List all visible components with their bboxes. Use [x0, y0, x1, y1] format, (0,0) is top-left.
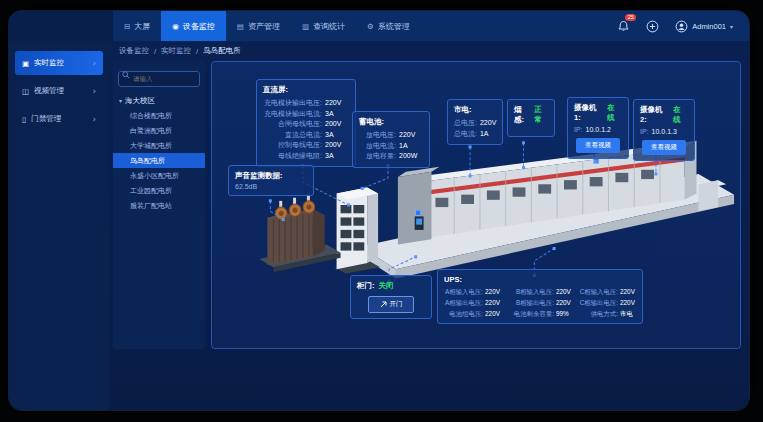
field-label: A相输出电压: — [444, 298, 483, 307]
card-title: 蓄电池: — [359, 117, 423, 127]
cabinet-door-card: 柜门: 关闭 开门 — [350, 275, 432, 319]
field-value: 3A — [325, 151, 349, 162]
card-title: 摄像机1: — [574, 103, 603, 122]
status-badge: 正常 — [534, 105, 548, 125]
field-value: 200V — [325, 140, 349, 151]
camera2-card: 摄像机2: 在线 IP: 10.0.1.3 查看视频 — [633, 99, 695, 161]
field-value: 220V — [480, 118, 504, 129]
fullscreen-icon[interactable] — [646, 19, 660, 33]
sidebar-item-realtime-monitoring[interactable]: ▣ 实时监控 › — [15, 51, 103, 75]
field-label: 控制母线电压: — [263, 140, 322, 151]
logo-area — [9, 11, 113, 41]
field-label: 放电电流: — [359, 141, 396, 152]
open-door-button[interactable]: 开门 — [368, 296, 414, 313]
avatar — [675, 20, 688, 33]
sidebar-item-video-management[interactable]: ◫ 视频管理 › — [15, 79, 103, 103]
breadcrumb: 设备监控 / 实时监控 / 鸟岛配电所 — [109, 41, 749, 61]
field-label: C相输出电压: — [579, 298, 618, 307]
gear-icon: ⚙ — [367, 22, 374, 31]
tree-item-substation[interactable]: 服装厂配电站 — [118, 198, 200, 213]
view-video-button[interactable]: 查看视频 — [576, 138, 620, 153]
tab-device-monitoring[interactable]: ◉ 设备监控 — [161, 11, 226, 41]
tab-label: 查询统计 — [313, 21, 345, 32]
tree-search-input[interactable] — [118, 71, 200, 87]
app-window: ⊟ 大屏 ◉ 设备监控 ▤ 资产管理 ▥ 查询统计 ⚙ 系统管理 25 — [9, 11, 749, 410]
status-badge: 在线 — [607, 103, 622, 123]
monitor-icon: ◉ — [172, 22, 179, 31]
tree-item-substation[interactable]: 综合楼配电所 — [118, 108, 200, 123]
chevron-right-icon: › — [93, 59, 96, 68]
notification-bell-icon[interactable]: 25 — [617, 19, 631, 33]
ups-card: UPS: A相输入电压:220V B相输入电压:220V C相输入电压:220V… — [437, 269, 643, 324]
breadcrumb-separator: / — [196, 47, 198, 56]
view-video-button[interactable]: 查看视频 — [642, 140, 686, 155]
field-value: 220V — [325, 98, 349, 109]
status-badge: 关闭 — [379, 281, 394, 291]
status-badge: 在线 — [673, 105, 688, 125]
sidebar-item-access-control[interactable]: ▯ 门禁管理 › — [15, 107, 103, 131]
notification-badge: 25 — [625, 14, 636, 21]
open-door-label: 开门 — [390, 300, 403, 309]
field-label: B相输出电压: — [508, 298, 554, 307]
tab-label: 系统管理 — [378, 21, 410, 32]
card-title: 声音监测数据: — [235, 171, 307, 181]
card-title: 摄像机2: — [640, 105, 669, 124]
noise-value: 62.5dB — [235, 183, 307, 190]
chevron-down-icon: ▾ — [730, 23, 733, 30]
search-icon — [122, 71, 130, 79]
tree-root-node[interactable]: ▾ 海大校区 — [119, 96, 200, 106]
field-label: 电池剩余容量: — [508, 309, 554, 318]
door-access-icon: ▯ — [22, 115, 26, 124]
field-label: 合闸母线电压: — [263, 119, 322, 130]
field-value: 220V — [556, 287, 572, 296]
field-value: 200V — [325, 119, 349, 130]
ip-value: 10.0.1.3 — [652, 128, 677, 135]
field-label: 直流总电流: — [263, 130, 322, 141]
field-value: 99% — [556, 309, 572, 318]
field-label: 母线绝缘电阻: — [263, 151, 322, 162]
card-title: 直流屏: — [263, 85, 349, 95]
left-sidebar: ▣ 实时监控 › ◫ 视频管理 › ▯ 门禁管理 › — [9, 41, 109, 410]
battery-card: 蓄电池: 放电电压:220V 放电电流:1A 放电容量:200W — [352, 111, 430, 168]
substation-tree-panel: ▾ 海大校区 综合楼配电所 白鹭洲配电所 大学城配电所 鸟岛配电所 永盛小区配电… — [113, 61, 205, 349]
tab-bigscreen[interactable]: ⊟ 大屏 — [113, 11, 161, 41]
smoke-sensor-card: 烟感: 正常 — [507, 99, 555, 137]
tab-system-management[interactable]: ⚙ 系统管理 — [356, 11, 421, 41]
field-label: A相输入电压: — [444, 287, 483, 296]
field-label: 总电流: — [454, 129, 477, 140]
tree-item-substation[interactable]: 永盛小区配电所 — [118, 168, 200, 183]
breadcrumb-separator: / — [154, 47, 156, 56]
card-title: UPS: — [444, 275, 636, 284]
ip-value: 10.0.1.2 — [586, 126, 611, 133]
field-label: C相输入电压: — [579, 287, 618, 296]
field-value: 1A — [480, 129, 504, 140]
user-menu[interactable]: Admin001 ▾ — [675, 20, 733, 33]
ip-label: IP: — [574, 126, 583, 133]
tab-label: 资产管理 — [248, 21, 280, 32]
field-label: 电池组电压: — [444, 309, 483, 318]
camera1-card: 摄像机1: 在线 IP: 10.0.1.2 查看视频 — [567, 97, 629, 159]
tree-root-label: 海大校区 — [125, 96, 155, 106]
field-label: 放电容量: — [359, 151, 396, 162]
field-value: 220V — [485, 298, 501, 307]
field-label: 充电模块输出电压: — [263, 98, 322, 109]
top-navbar: ⊟ 大屏 ◉ 设备监控 ▤ 资产管理 ▥ 查询统计 ⚙ 系统管理 25 — [9, 11, 749, 41]
tab-label: 大屏 — [134, 21, 150, 32]
breadcrumb-item[interactable]: 设备监控 — [119, 46, 149, 56]
card-title: 柜门: — [357, 281, 375, 291]
breadcrumb-item-current[interactable]: 鸟岛配电所 — [203, 46, 241, 56]
tab-query-statistics[interactable]: ▥ 查询统计 — [291, 11, 356, 41]
card-title: 烟感: — [514, 105, 530, 125]
tab-asset-management[interactable]: ▤ 资产管理 — [226, 11, 291, 41]
ip-label: IP: — [640, 128, 649, 135]
sidebar-item-label: 实时监控 — [34, 58, 64, 68]
tree-item-substation[interactable]: 白鹭洲配电所 — [118, 123, 200, 138]
field-value: 1A — [399, 141, 423, 152]
monitor-stage-panel: 直流屏: 充电模块输出电压:220V 充电模块输出电流:3A 合闸母线电压:20… — [211, 61, 741, 349]
tree-item-substation-selected[interactable]: 鸟岛配电所 — [113, 153, 205, 168]
tree-item-substation[interactable]: 工业园配电所 — [118, 183, 200, 198]
tree-item-substation[interactable]: 大学城配电所 — [118, 138, 200, 153]
noise-monitor-card: 声音监测数据: 62.5dB — [228, 165, 314, 196]
breadcrumb-item[interactable]: 实时监控 — [161, 46, 191, 56]
field-value: 市电 — [620, 309, 636, 318]
